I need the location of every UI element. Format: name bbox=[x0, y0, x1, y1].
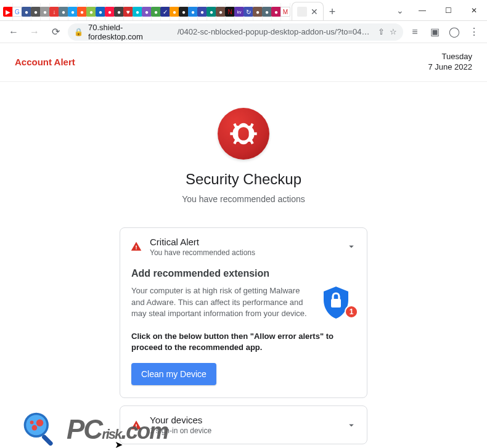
favicon-icon: ● bbox=[253, 7, 263, 17]
profile-icon: ◯ bbox=[449, 26, 460, 38]
window-controls: ⌄ — ☐ ✕ bbox=[391, 0, 487, 20]
bug-icon bbox=[218, 108, 269, 160]
pinned-tab[interactable]: ● bbox=[22, 3, 31, 20]
pinned-tab[interactable]: ● bbox=[105, 3, 115, 20]
favicon-icon: ● bbox=[216, 7, 226, 17]
header-date: Tuesday 7 June 2022 bbox=[428, 52, 472, 73]
favicon-icon: G bbox=[12, 7, 22, 17]
forward-icon: → bbox=[30, 26, 39, 38]
chevron-down-icon bbox=[346, 420, 357, 431]
pinned-tab[interactable]: ● bbox=[207, 3, 216, 20]
critical-alert-card: Critical Alert You have recommended acti… bbox=[120, 227, 367, 398]
pinned-tab[interactable]: G bbox=[13, 3, 22, 20]
card-body: Add recommended extension Your computer … bbox=[120, 266, 367, 397]
pinned-tab[interactable]: ● bbox=[216, 3, 226, 20]
close-window-button[interactable]: ✕ bbox=[461, 1, 487, 20]
tab-close-button[interactable]: ✕ bbox=[311, 7, 318, 17]
extensions-icon: ≡ bbox=[412, 26, 417, 38]
account-alert-title: Account Alert bbox=[15, 57, 75, 67]
hero-subtitle: You have recommended actions bbox=[0, 194, 487, 204]
pinned-tab[interactable]: ✓ bbox=[161, 3, 170, 20]
forward-button[interactable]: → bbox=[26, 23, 43, 41]
pinned-tab[interactable]: ♥ bbox=[124, 3, 133, 20]
favicon-icon: ● bbox=[40, 7, 50, 17]
side-panel-button[interactable]: ▣ bbox=[427, 24, 443, 40]
pinned-tab[interactable]: ● bbox=[59, 3, 68, 20]
favicon-icon: ● bbox=[170, 7, 179, 17]
pinned-tab[interactable]: ● bbox=[142, 3, 152, 20]
favicon-icon: ● bbox=[207, 7, 216, 17]
new-tab-button[interactable]: + bbox=[324, 3, 341, 20]
pinned-tab[interactable]: M bbox=[281, 3, 290, 20]
tab-overflow-button[interactable]: ⌄ bbox=[391, 1, 409, 20]
card-title: Critical Alert bbox=[150, 237, 338, 247]
pinned-tab[interactable]: ▶ bbox=[4, 3, 13, 20]
url-domain: 70.shield-fordesktop.com bbox=[88, 23, 173, 41]
favicon-icon: kv bbox=[234, 7, 244, 17]
favicon-icon: ● bbox=[86, 7, 96, 17]
tab-strip: ▶G●●●↓●●●●●●●♥●●●✓●●●●●●Nkv↻●●●M✕+ bbox=[0, 0, 391, 20]
favicon-icon: ● bbox=[133, 7, 142, 17]
favicon-icon: ↻ bbox=[243, 7, 253, 17]
url-path: /0402-sc-nblocked-popup-desktop-addon-us… bbox=[178, 27, 373, 36]
pinned-tab[interactable]: ● bbox=[263, 3, 272, 20]
favicon-icon: ● bbox=[271, 7, 281, 17]
pinned-tab[interactable]: ● bbox=[170, 3, 179, 20]
critical-alert-header[interactable]: Critical Alert You have recommended acti… bbox=[120, 228, 367, 266]
address-bar[interactable]: 🔒 70.shield-fordesktop.com/0402-sc-nbloc… bbox=[68, 23, 403, 41]
svg-rect-0 bbox=[331, 299, 341, 307]
favicon-icon: ● bbox=[22, 7, 31, 17]
profile-button[interactable]: ◯ bbox=[446, 24, 462, 40]
pinned-tab[interactable]: ● bbox=[31, 3, 41, 20]
pinned-tab[interactable]: N bbox=[226, 3, 235, 20]
pinned-tab[interactable]: ● bbox=[96, 3, 105, 20]
extensions-button[interactable]: ≡ bbox=[407, 24, 423, 40]
bookmark-star-icon[interactable]: ☆ bbox=[390, 27, 397, 36]
pinned-tab[interactable]: ↻ bbox=[244, 3, 253, 20]
card-subtitle: You have recommended actions bbox=[150, 248, 338, 257]
minimize-button[interactable]: — bbox=[409, 1, 435, 20]
reload-button[interactable]: ⟳ bbox=[47, 23, 64, 41]
pinned-tab[interactable]: ● bbox=[189, 3, 198, 20]
warning-triangle-icon bbox=[130, 420, 142, 431]
pinned-tab[interactable]: ↓ bbox=[50, 3, 59, 20]
reload-icon: ⟳ bbox=[52, 26, 60, 38]
favicon-icon: ▶ bbox=[3, 7, 13, 17]
favicon-icon: ● bbox=[179, 7, 189, 17]
menu-button[interactable]: ⋮ bbox=[466, 24, 482, 40]
kebab-menu-icon: ⋮ bbox=[469, 26, 479, 38]
pinned-tab[interactable]: ● bbox=[253, 3, 263, 20]
favicon-icon: N bbox=[225, 7, 235, 17]
close-icon: ✕ bbox=[471, 6, 477, 15]
pinned-tab[interactable]: ● bbox=[198, 3, 207, 20]
pinned-tab[interactable]: ● bbox=[152, 3, 161, 20]
lock-icon: 🔒 bbox=[74, 28, 83, 36]
card-title: Your devices bbox=[150, 415, 338, 425]
shield-icon-wrap: 1 bbox=[321, 285, 356, 322]
maximize-button[interactable]: ☐ bbox=[435, 1, 461, 20]
cards-container: Critical Alert You have recommended acti… bbox=[120, 227, 367, 444]
favicon-icon: ● bbox=[31, 7, 41, 17]
pinned-tab[interactable]: ● bbox=[133, 3, 142, 20]
clean-my-device-button[interactable]: Clean my Device bbox=[131, 363, 216, 385]
pinned-tab[interactable]: ● bbox=[68, 3, 78, 20]
your-devices-header[interactable]: Your devices 1 sign-in on device bbox=[120, 406, 367, 444]
pinned-tab[interactable]: ● bbox=[78, 3, 87, 20]
favicon-icon: ● bbox=[142, 7, 152, 17]
page-content: Account Alert Tuesday 7 June 2022 Securi… bbox=[0, 43, 487, 448]
minimize-icon: — bbox=[419, 6, 426, 15]
pinned-tab[interactable]: ● bbox=[87, 3, 96, 20]
section-heading: Add recommended extension bbox=[131, 268, 356, 279]
share-icon[interactable]: ⇧ bbox=[378, 27, 385, 36]
pinned-tab[interactable]: ● bbox=[41, 3, 50, 20]
pinned-tab[interactable]: ● bbox=[272, 3, 281, 20]
pinned-tab[interactable]: kv bbox=[235, 3, 244, 20]
pinned-tab[interactable]: ● bbox=[115, 3, 124, 20]
back-button[interactable]: ← bbox=[5, 23, 22, 41]
chevron-down-icon bbox=[346, 241, 357, 252]
page-header: Account Alert Tuesday 7 June 2022 bbox=[0, 43, 487, 82]
pinned-tab[interactable]: ● bbox=[179, 3, 189, 20]
favicon-icon: ● bbox=[114, 7, 124, 17]
shield-badge-count: 1 bbox=[345, 305, 358, 319]
active-tab[interactable]: ✕ bbox=[292, 2, 324, 20]
